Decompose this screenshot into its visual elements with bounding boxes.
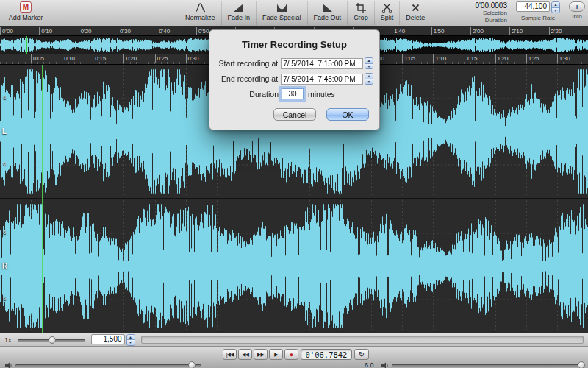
rewind-button[interactable]: ◀◀ [238, 349, 252, 360]
split-button[interactable]: Split [374, 1, 400, 25]
duration-field[interactable]: 30 [282, 88, 304, 99]
crop-button[interactable]: Crop [347, 1, 374, 25]
end-recording-row: End recording at 7/ 5/2014 7:45:00 PM ▲ … [214, 73, 373, 85]
sample-rate-field[interactable]: 44,100 [516, 1, 550, 12]
normalize-icon [195, 2, 206, 13]
stepper-down-icon[interactable]: ▼ [127, 339, 135, 345]
playthrough-slider-thumb[interactable] [578, 361, 585, 368]
overview-playhead [26, 36, 27, 54]
overview-ruler-tick: 1'50 [431, 27, 445, 35]
stepper-down-icon[interactable]: ▼ [365, 63, 373, 69]
overview-ruler-tick: 0'00 [0, 27, 13, 35]
fast-forward-button[interactable]: ▶▶ [254, 349, 268, 360]
main-ruler-tick: 1'05 [402, 54, 415, 63]
volume-slider[interactable] [15, 361, 201, 368]
playthrough-slider-track[interactable] [392, 364, 584, 367]
zoom-level-control: 1,500 ▲ ▼ [91, 334, 135, 346]
toolbar-buttons: NormalizeFade InFade SpecialFade OutCrop… [179, 1, 431, 25]
volume-slider-thumb[interactable] [188, 361, 196, 368]
zoom-bar: 1x 1,500 ▲ ▼ [0, 333, 588, 346]
toolbar-button-label: Split [381, 14, 394, 21]
end-recording-stepper[interactable]: ▲ ▼ [365, 73, 373, 85]
zoom-slider[interactable] [18, 336, 85, 344]
overview-ruler-tick: 2'20 [549, 27, 562, 35]
playhead[interactable] [42, 65, 43, 333]
scale-label: 6 [3, 295, 6, 302]
sample-rate-control: 44,100 ▲ ▼ Sample Rate [516, 1, 560, 21]
volume-slider-track[interactable] [15, 364, 201, 367]
normalize-button[interactable]: Normalize [179, 1, 221, 25]
start-recording-stepper[interactable]: ▲ ▼ [365, 57, 373, 69]
transport-buttons: |◀◀◀◀▶▶▶● [223, 349, 298, 360]
split-icon [381, 2, 392, 13]
main-ruler-tick: 0'25 [155, 54, 168, 63]
duration-row: Duration 30 minutes [214, 88, 373, 99]
main-ruler-tick: 1'20 [495, 54, 509, 63]
overview-ruler-tick: 1'40 [392, 27, 405, 35]
selection-display: 0'00.0003 Selection Duration [475, 1, 507, 24]
zoom-slider-thumb[interactable] [49, 336, 56, 344]
audio-editor-window: M Add Marker NormalizeFade InFade Specia… [0, 0, 588, 368]
play-button[interactable]: ▶ [269, 349, 283, 360]
overview-ruler-tick: 0'40 [157, 27, 170, 35]
volume-slider-left [4, 361, 201, 368]
playthrough-level-value: 6.0 [365, 361, 374, 368]
start-recording-field[interactable]: 7/ 5/2014 7:15:00 PM [281, 58, 363, 69]
main-ruler-tick: 1'10 [433, 54, 446, 63]
main-ruler-tick: 0'15 [93, 54, 106, 63]
channel-right-label: R [2, 262, 7, 270]
fade-in-icon [233, 2, 244, 13]
main-ruler-tick: 0'05 [31, 54, 44, 63]
zoom-level-stepper[interactable]: ▲ ▼ [126, 334, 135, 346]
crop-icon [355, 2, 366, 13]
overview-ruler-tick: 0'50 [196, 27, 209, 35]
info-label: Info [572, 13, 581, 20]
cancel-button[interactable]: Cancel [273, 108, 316, 121]
fade-special-button[interactable]: Fade Special [256, 1, 307, 25]
main-ruler-tick: 1'30 [557, 54, 570, 63]
fade-in-button[interactable]: Fade In [221, 1, 257, 25]
fade-out-button[interactable]: Fade Out [307, 1, 348, 25]
overview-ruler-tick: 0'20 [79, 27, 92, 35]
main-ruler-tick: 0'30 [186, 54, 199, 63]
toolbar-button-label: Delete [406, 14, 425, 21]
overview-ruler-tick: 2'00 [470, 27, 484, 35]
sample-rate-stepper[interactable]: ▲ ▼ [551, 1, 560, 13]
toolbar-button-label: Fade Out [314, 14, 342, 21]
main-ruler-tick: 0'20 [123, 54, 137, 63]
scale-label: 6 [3, 160, 6, 167]
dialog-title: Timer Recording Setup [212, 39, 376, 50]
go-to-start-button[interactable]: |◀◀ [223, 349, 237, 360]
info-button[interactable]: i Info [569, 1, 585, 20]
stepper-down-icon[interactable]: ▼ [365, 79, 373, 85]
end-recording-field[interactable]: 7/ 5/2014 7:45:00 PM [281, 74, 363, 85]
speaker-icon [4, 361, 12, 368]
add-marker-button[interactable]: M Add Marker [3, 1, 49, 21]
speaker-icon [381, 361, 389, 368]
delete-button[interactable]: Delete [399, 1, 431, 25]
main-ruler-tick: 1'15 [465, 54, 478, 63]
zoom-scale-label[interactable]: 1x [4, 336, 12, 344]
zoom-level-field[interactable]: 1,500 [91, 334, 125, 344]
record-button[interactable]: ● [284, 349, 298, 360]
end-recording-label: End recording at [214, 74, 278, 83]
duration-label: Duration [475, 17, 507, 24]
playthrough-slider[interactable] [392, 361, 584, 368]
transport-bar: |◀◀◀◀▶▶▶● 0'06.7842 ↻ 6.0 [0, 346, 588, 368]
add-marker-label: Add Marker [3, 14, 49, 21]
horizontal-scrollbar[interactable] [141, 336, 584, 344]
time-display: 0'06.7842 [301, 349, 352, 360]
info-icon[interactable]: i [569, 1, 585, 12]
ok-button[interactable]: OK [326, 108, 369, 121]
start-recording-label: Start recording at [214, 59, 278, 68]
duration-label: Duration [214, 90, 279, 99]
selection-value: 0'00.0003 [475, 1, 507, 10]
duration-unit-label: minutes [308, 90, 335, 99]
toolbar-button-label: Normalize [185, 14, 215, 21]
overview-ruler-tick: 0'10 [39, 27, 52, 35]
toolbar-button-label: Crop [354, 14, 368, 21]
toolbar-button-label: Fade Special [262, 14, 301, 21]
stepper-down-icon[interactable]: ▼ [552, 7, 559, 13]
loop-button[interactable]: ↻ [354, 349, 369, 360]
scale-label: 6 [3, 94, 6, 101]
